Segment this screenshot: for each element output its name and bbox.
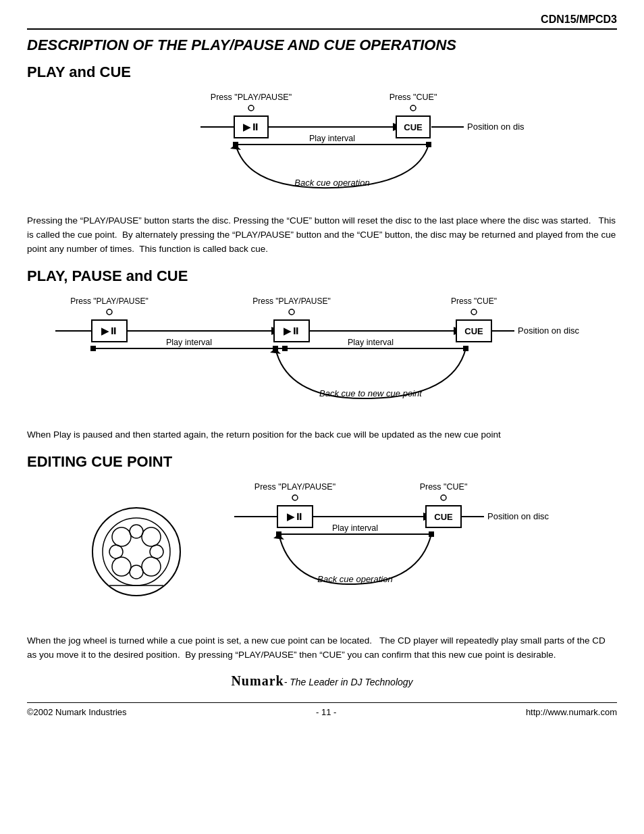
diag3-pp-symbol: ▶⏸	[287, 511, 304, 522]
diagram2: Press "PLAY/PAUSE" Press "PLAY/PAUSE" Pr…	[27, 292, 617, 420]
footer-copyright: ©2002 Numark Industries	[27, 707, 127, 717]
diag3-pos-label: Position on disc	[487, 511, 549, 521]
brand-area: Numark- The Leader in DJ Technology	[27, 673, 617, 689]
diag2-backcue-label: Back cue to new cue point	[319, 388, 423, 398]
diag3-int-label: Play interval	[332, 523, 378, 533]
svg-point-2	[112, 527, 131, 546]
svg-point-3	[142, 527, 161, 546]
diag3-backcue-arrow	[273, 534, 284, 540]
section2-description: When Play is paused and then started aga…	[27, 428, 617, 442]
diagram1-svg: Press "PLAY/PAUSE" Press "CUE" ▶⏸ CUE Po…	[119, 88, 525, 206]
section2-title: PLAY, PAUSE and CUE	[27, 267, 617, 285]
diagram1: Press "PLAY/PAUSE" Press "CUE" ▶⏸ CUE Po…	[27, 88, 617, 206]
footer-page-num: - 11 -	[316, 707, 336, 717]
diag2-pp1-symbol: ▶⏸	[101, 325, 118, 336]
diagram3: Press "PLAY/PAUSE" Press "CUE" ▶⏸ CUE Po…	[27, 477, 617, 626]
section1-title: PLAY and CUE	[27, 63, 617, 81]
footer: ©2002 Numark Industries - 11 - http://ww…	[27, 702, 617, 717]
diag3-cue-label: CUE	[434, 512, 453, 522]
jog-wheel	[92, 508, 180, 596]
diag3-press2-label: Press "CUE"	[420, 482, 468, 492]
diag2-int2-label: Play interval	[348, 338, 394, 347]
numark-logo: Numark	[231, 673, 284, 688]
svg-point-8	[109, 545, 123, 558]
diag2-press2-label: Press "PLAY/PAUSE"	[252, 296, 330, 306]
diag3-c2	[441, 495, 446, 500]
diag1-press2-label: Press "CUE"	[390, 93, 437, 102]
diag2-c1	[107, 309, 112, 315]
diag1-circle2	[410, 105, 416, 111]
diag3-press1-label: Press "PLAY/PAUSE"	[254, 482, 336, 492]
svg-point-5	[142, 557, 161, 576]
svg-point-7	[130, 565, 143, 579]
section3-description: When the jog wheel is turned while a cue…	[27, 634, 617, 662]
diag2-backcue-arrow	[270, 348, 281, 354]
diag1-cue-label: CUE	[404, 122, 423, 132]
diag2-pos-label: Position on disc	[518, 325, 580, 336]
diag2-c3	[471, 309, 477, 315]
svg-point-9	[150, 545, 163, 558]
diag1-press1-label: Press "PLAY/PAUSE"	[211, 93, 292, 102]
diag2-press1-label: Press "PLAY/PAUSE"	[70, 296, 148, 306]
diag1-playpause-symbol: ▶⏸	[243, 122, 260, 132]
svg-point-0	[92, 508, 180, 596]
diagram2-svg: Press "PLAY/PAUSE" Press "PLAY/PAUSE" Pr…	[28, 292, 616, 420]
diag2-cue-label: CUE	[464, 326, 483, 336]
diag3-c1	[292, 495, 298, 500]
footer-website: http://www.numark.com	[526, 707, 617, 717]
model-number: CDN15/MPCD3	[27, 14, 617, 30]
diag1-pos-label: Position on disc	[467, 122, 525, 132]
diagram3-svg: Press "PLAY/PAUSE" Press "CUE" ▶⏸ CUE Po…	[86, 477, 558, 626]
diag2-int1-label: Play interval	[166, 338, 212, 347]
diag1-circle1	[248, 105, 254, 111]
diag1-interval-label: Play interval	[309, 134, 355, 143]
diag2-press3-label: Press "CUE"	[451, 296, 497, 306]
section1-description: Pressing the “PLAY/PAUSE” button starts …	[27, 214, 617, 257]
svg-point-1	[103, 518, 170, 585]
diag1-backcue-label: Back cue operation	[294, 178, 369, 188]
numark-tagline: - The Leader in DJ Technology	[284, 677, 413, 687]
svg-point-4	[112, 557, 131, 576]
diag2-c2	[289, 309, 294, 315]
page-title: DESCRIPTION OF THE PLAY/PAUSE AND CUE OP…	[27, 36, 617, 54]
section3-title: EDITING CUE POINT	[27, 453, 617, 471]
diag3-backcue-label: Back cue operation	[317, 574, 392, 584]
svg-point-6	[130, 525, 143, 538]
diag1-backcue-arrow	[230, 145, 241, 150]
diag2-pp2-symbol: ▶⏸	[284, 325, 300, 336]
